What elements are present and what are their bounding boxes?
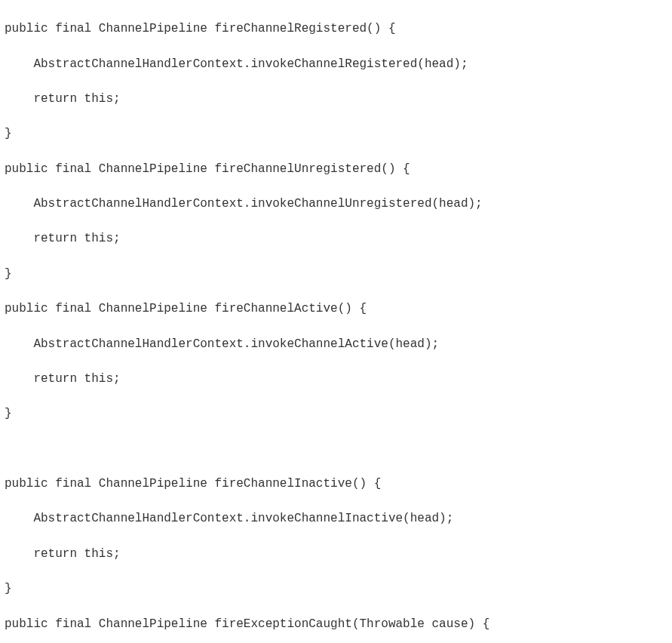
code-line: public final ChannelPipeline fireChannel… [5,475,667,493]
code-line: public final ChannelPipeline fireChannel… [5,20,667,38]
code-block: public final ChannelPipeline fireChannel… [0,0,672,643]
code-line: AbstractChannelHandlerContext.invokeChan… [5,56,667,73]
code-line: return this; [5,371,667,388]
code-line: AbstractChannelHandlerContext.invokeChan… [5,336,667,353]
code-line: public final ChannelPipeline fireExcepti… [5,616,667,633]
code-line: public final ChannelPipeline fireChannel… [5,161,667,178]
code-line: } [5,405,667,423]
code-line: public final ChannelPipeline fireChannel… [5,300,667,318]
code-line: } [5,580,667,598]
code-line: } [5,125,667,143]
code-line [5,441,667,458]
code-line: return this; [5,546,667,563]
code-line: AbstractChannelHandlerContext.invokeChan… [5,195,667,213]
code-line: AbstractChannelHandlerContext.invokeChan… [5,510,667,528]
code-line: return this; [5,91,667,108]
code-line: } [5,266,667,283]
code-line: return this; [5,230,667,248]
